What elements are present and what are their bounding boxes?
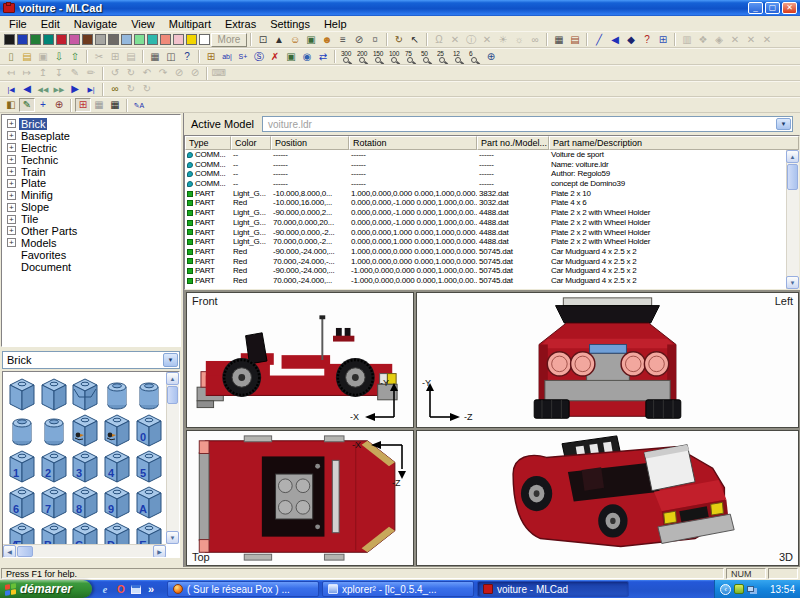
move-mode-icon[interactable]: + [35, 98, 51, 112]
sidebar-item-document[interactable]: Document [4, 261, 180, 273]
palette-brick-9[interactable]: 9 [101, 484, 133, 520]
context-help-icon[interactable]: ? [179, 50, 195, 64]
expand-icon[interactable]: + [7, 179, 16, 188]
menu-edit[interactable]: Edit [34, 18, 67, 30]
color-swatch[interactable] [186, 34, 197, 45]
zoom-300-button[interactable]: 300 [339, 50, 355, 64]
delete-entry-icon[interactable]: ✗ [267, 50, 283, 64]
scroll-up-icon[interactable]: ▲ [786, 150, 799, 163]
palette-brick-1[interactable]: 1 [6, 448, 38, 484]
info-off-icon[interactable]: ✕ [479, 33, 495, 47]
part-row[interactable]: PARTLight_G...70.000,0.000,-2...0.000,0.… [185, 237, 786, 247]
palette-brick-8[interactable]: 8 [70, 484, 102, 520]
open-file-icon[interactable]: ▤ [19, 50, 35, 64]
light-off-icon[interactable]: ☼ [511, 33, 527, 47]
color-swatch[interactable] [134, 34, 145, 45]
four-viewports-icon[interactable]: ⊞ [75, 98, 91, 112]
draft-mode-icon[interactable]: ✎A [131, 98, 147, 112]
menu-help[interactable]: Help [317, 18, 354, 30]
maximize-button[interactable]: ▢ [765, 2, 780, 14]
color-swatch[interactable] [173, 34, 184, 45]
bell-icon[interactable]: Ω [431, 33, 447, 47]
draw-triangle-icon[interactable]: ◀ [607, 33, 623, 47]
tray-green-app-icon[interactable] [734, 584, 744, 594]
color-swatch[interactable] [56, 34, 67, 45]
column-header-part-no-model[interactable]: Part no./Model... [477, 136, 549, 150]
tray-chevron-icon[interactable]: ‹ [720, 584, 731, 595]
save-file-icon[interactable]: ▣ [35, 50, 51, 64]
viewport-left[interactable]: Left [416, 292, 799, 428]
part-row[interactable]: PARTLight_G...70.000,0.000,20...0.000,0.… [185, 218, 786, 228]
palette-brick-a[interactable]: A [133, 484, 165, 520]
move-down-icon[interactable]: ↧ [51, 66, 67, 80]
sidebar-item-train[interactable]: +Train [4, 166, 180, 178]
move-up-icon[interactable]: ↥ [35, 66, 51, 80]
print-icon[interactable]: ▦ [147, 50, 163, 64]
column-header-position[interactable]: Position [271, 136, 349, 150]
internet-explorer-icon[interactable]: e [99, 583, 111, 595]
sidebar-item-brick[interactable]: +Brick [4, 118, 180, 130]
generate-6-icon[interactable]: ✕ [759, 33, 775, 47]
expand-icon[interactable]: + [7, 167, 16, 176]
select-pointer-icon[interactable]: ↖ [407, 33, 423, 47]
palette-brick-2[interactable]: 2 [38, 448, 70, 484]
info-icon[interactable]: ⓘ [463, 33, 479, 47]
rotate-y-cw-icon[interactable]: ↷ [155, 66, 171, 80]
page-setup-icon[interactable]: ◫ [163, 50, 179, 64]
quick-launch-overflow-chevron[interactable]: » [145, 583, 157, 595]
generate-4-icon[interactable]: ✕ [727, 33, 743, 47]
exchange-icon[interactable]: ⇄ [315, 50, 331, 64]
sidebar-item-slope[interactable]: +Slope [4, 201, 180, 213]
palette-brick-0[interactable]: 0 [133, 412, 165, 448]
expand-icon[interactable]: + [7, 238, 16, 247]
add-comment-icon[interactable]: ab| [219, 50, 235, 64]
column-header-rotation[interactable]: Rotation [349, 136, 477, 150]
draw-condline-icon[interactable]: ? [639, 33, 655, 47]
scroll-right-icon[interactable]: ▶ [153, 545, 166, 558]
generate-1-icon[interactable]: ▥ [679, 33, 695, 47]
expand-icon[interactable]: + [7, 226, 16, 235]
add-background-icon[interactable]: ◉ [299, 50, 315, 64]
viewport-front[interactable]: Front [186, 292, 414, 428]
palette-vertical-scrollbar[interactable]: ▲ ▼ [166, 372, 179, 544]
draw-matrix-icon[interactable]: ⊞ [655, 33, 671, 47]
scrollbar-thumb[interactable] [787, 164, 798, 190]
part-row[interactable]: PARTLight_G...-90.000,0.000,2...0.000,0.… [185, 208, 786, 218]
sidebar-item-models[interactable]: +Models [4, 237, 180, 249]
add-step-icon[interactable]: S+ [235, 50, 251, 64]
zoom-100-button[interactable]: 100 [387, 50, 403, 64]
bell-off-icon[interactable]: ✕ [447, 33, 463, 47]
edit-position-icon[interactable]: ✎ [67, 66, 83, 80]
edit-mode-icon[interactable]: ✎ [19, 98, 35, 112]
part-row[interactable]: COMM...--------------------Voiture de sp… [185, 150, 786, 160]
expand-icon[interactable]: + [7, 131, 16, 140]
color-swatch[interactable] [199, 34, 210, 45]
draw-quad-icon[interactable]: ◆ [623, 33, 639, 47]
sidebar-item-electric[interactable]: +Electric [4, 142, 180, 154]
group-parts-icon[interactable]: ▣ [303, 33, 319, 47]
rotate-y-ccw-icon[interactable]: ↶ [139, 66, 155, 80]
step-last-button[interactable]: ▶| [83, 82, 99, 96]
scroll-down-icon[interactable]: ▼ [166, 531, 179, 544]
parts-tree-toggle-icon[interactable]: ◧ [3, 98, 19, 112]
rotate-x-ccw-icon[interactable]: ↺ [107, 66, 123, 80]
sidebar-item-other-parts[interactable]: +Other Parts [4, 225, 180, 237]
palette-brick-round[interactable] [133, 376, 165, 412]
color-swatch[interactable] [108, 34, 119, 45]
cut-icon[interactable]: ✂ [91, 50, 107, 64]
column-header-part-name-description[interactable]: Part name/Description [549, 136, 799, 150]
edit-rotation-icon[interactable]: ✏ [83, 66, 99, 80]
close-button[interactable]: ✕ [782, 2, 797, 14]
palette-brick-6[interactable]: 6 [6, 484, 38, 520]
generate-5-icon[interactable]: ✕ [743, 33, 759, 47]
part-row[interactable]: PARTRed-90.000,-24.000,...-1.000,0.000,0… [185, 266, 786, 276]
scrollbar-thumb[interactable] [167, 386, 178, 404]
find-part-icon[interactable]: ∞ [107, 82, 123, 96]
sidebar-item-minifig[interactable]: +Minifig [4, 189, 180, 201]
add-picture-icon[interactable]: ▣ [283, 50, 299, 64]
scroll-up-icon[interactable]: ▲ [166, 372, 179, 385]
zoom-12-button[interactable]: 12 [451, 50, 467, 64]
palette-brick-7[interactable]: 7 [38, 484, 70, 520]
palette-brick-4[interactable]: 4 [101, 448, 133, 484]
step-rewind-button[interactable]: ◀◀ [35, 82, 51, 96]
